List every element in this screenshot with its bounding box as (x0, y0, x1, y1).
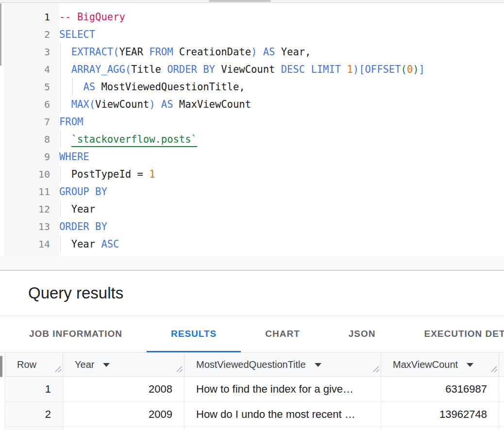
line-number: 5 (4, 78, 50, 96)
column-dropdown-arrow-icon[interactable] (467, 363, 473, 367)
code-token: )[OFFSET (353, 64, 401, 75)
code-token: `stackoverflow.posts` (71, 133, 197, 147)
column-header-mostviewedquestiontitle[interactable]: MostViewedQuestionTitle (185, 353, 381, 377)
code-line[interactable]: MAX(ViewCount) AS MaxViewCount (59, 96, 504, 113)
horizontal-scrollbar-thumb[interactable] (209, 0, 271, 2)
cell-mostviewedquestiontitle (185, 427, 381, 430)
cell-row: 1 (5, 377, 63, 402)
code-token (257, 46, 263, 58)
editor-body[interactable]: 1234567891011121314 -- BigQuerySELECT EX… (0, 3, 504, 256)
code-line[interactable]: SELECT (59, 26, 504, 43)
code-token (59, 64, 71, 75)
code-token: Year (59, 203, 95, 215)
results-table-section: RowYearMostViewedQuestionTitleMaxViewCou… (0, 353, 504, 430)
code-token: Year, (275, 46, 311, 58)
line-number-gutter: 1234567891011121314 (4, 3, 59, 256)
column-header-row[interactable]: Row (5, 353, 63, 377)
line-number: 12 (4, 200, 50, 218)
code-token: ORDER BY (167, 64, 215, 75)
code-token (59, 81, 83, 93)
cell-row (5, 427, 63, 430)
line-number: 1 (4, 8, 50, 26)
cell-year (63, 427, 185, 430)
code-line[interactable]: `stackoverflow.posts` (59, 131, 504, 148)
column-header-label: MostViewedQuestionTitle (196, 359, 306, 370)
code-line[interactable]: PostTypeId = 1 (59, 165, 504, 183)
code-token: AS (263, 46, 275, 58)
code-line[interactable]: ARRAY_AGG(Title ORDER BY ViewCount DESC … (59, 61, 504, 78)
tab-json[interactable]: JSON (324, 316, 400, 353)
code-token: YEAR (119, 46, 149, 58)
code-token: -- BigQuery (59, 11, 125, 23)
line-number: 13 (4, 218, 50, 235)
code-line[interactable]: AS MostViewedQuestionTitle, (59, 78, 504, 96)
cell-stub (499, 427, 504, 430)
indent-guide-line (60, 61, 61, 78)
code-token: SELECT (59, 29, 95, 40)
code-line[interactable]: Year ASC (59, 235, 504, 253)
tab-results[interactable]: RESULTS (147, 316, 241, 353)
indent-guide-line (60, 43, 61, 61)
column-resize-handle-icon[interactable] (55, 364, 61, 375)
code-token: Title (131, 64, 167, 75)
code-token: DESC (281, 64, 305, 75)
code-token: FROM (59, 116, 83, 128)
code-line[interactable]: EXTRACT(YEAR FROM CreationDate) AS Year, (59, 43, 504, 61)
results-vertical-scrollbar-thumb[interactable] (0, 356, 2, 377)
column-dropdown-arrow-icon[interactable] (315, 363, 321, 367)
code-token (155, 99, 161, 110)
code-line[interactable]: GROUP BY (59, 183, 504, 200)
code-token: ) (149, 99, 155, 110)
code-token: CreationDate (173, 46, 251, 58)
column-header-maxviewcount[interactable]: MaxViewCount (381, 353, 499, 377)
cell-maxviewcount: 6316987 (381, 377, 499, 402)
cell-mostviewedquestiontitle: How to find the index for a give… (185, 377, 381, 402)
column-resize-handle-icon[interactable] (373, 364, 379, 375)
code-token: ASC (101, 238, 119, 250)
code-token (59, 133, 71, 145)
line-number: 7 (4, 113, 50, 131)
code-token: ARRAY_AGG( (71, 64, 131, 75)
tab-chart[interactable]: CHART (241, 316, 324, 353)
column-header-year[interactable]: Year (63, 353, 185, 377)
tab-execution-details[interactable]: EXECUTION DETAILS (400, 316, 504, 353)
cell-maxviewcount (381, 427, 499, 430)
line-number: 6 (4, 96, 50, 113)
column-header-label: MaxViewCount (393, 359, 458, 370)
code-token: MaxViewCount (173, 99, 251, 110)
cell-year: 2008 (63, 377, 185, 402)
results-tab-bar: JOB INFORMATIONRESULTSCHARTJSONEXECUTION… (0, 316, 504, 353)
column-header-label: Row (17, 359, 36, 370)
line-number: 8 (4, 131, 50, 148)
code-token: MAX( (71, 99, 95, 110)
cell-maxviewcount: 13962748 (381, 402, 499, 427)
indent-guide-line (60, 96, 61, 113)
code-line[interactable]: Year (59, 200, 504, 218)
code-token: MostViewedQuestionTitle, (95, 81, 245, 93)
editor-vertical-scrollbar-thumb[interactable] (0, 3, 1, 66)
column-resize-handle-icon[interactable] (176, 364, 183, 375)
sql-editor[interactable]: 1234567891011121314 -- BigQuerySELECT EX… (0, 0, 504, 271)
code-token: GROUP BY (59, 186, 107, 198)
tab-job-information[interactable]: JOB INFORMATION (5, 316, 147, 353)
code-token: ) (251, 46, 257, 58)
code-line[interactable]: ORDER BY (59, 218, 504, 235)
code-line[interactable]: WHERE (59, 148, 504, 165)
column-dropdown-arrow-icon[interactable] (103, 363, 110, 367)
code-token: ViewCount (215, 64, 281, 75)
editor-footer-band (0, 256, 504, 270)
bigquery-panel: 1234567891011121314 -- BigQuerySELECT EX… (0, 0, 504, 430)
column-resize-handle-icon[interactable] (491, 364, 497, 375)
code-line[interactable]: -- BigQuery (59, 8, 504, 26)
cell-stub (499, 402, 504, 427)
code-token: 1 (347, 64, 353, 75)
line-number: 9 (4, 148, 50, 165)
code-token: ( (401, 64, 407, 75)
table-header-row: RowYearMostViewedQuestionTitleMaxViewCou… (5, 353, 504, 377)
column-header-label: Year (75, 359, 94, 370)
indent-guide-line (60, 200, 61, 218)
code-area[interactable]: -- BigQuerySELECT EXTRACT(YEAR FROM Crea… (59, 3, 504, 256)
code-line[interactable]: FROM (59, 113, 504, 131)
code-token: 0 (407, 64, 413, 75)
results-table: RowYearMostViewedQuestionTitleMaxViewCou… (5, 353, 504, 430)
